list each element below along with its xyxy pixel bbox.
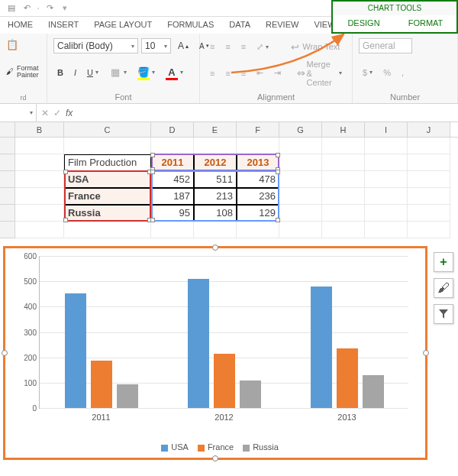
ribbon-group-number: General $▾ % , Number [353,34,458,103]
number-format-dropdown[interactable]: General [359,38,412,53]
table-cell[interactable]: 511 [194,171,237,188]
paste-icon[interactable]: 📋 [6,38,18,50]
comma-button[interactable]: , [398,66,408,79]
decrease-indent-button[interactable]: ⇤ [253,66,267,80]
chart-legend[interactable]: USAFranceRussia [5,442,425,452]
orientation-button[interactable]: ⤢▾ [253,40,273,54]
chart-bar[interactable] [91,361,112,408]
increase-indent-button[interactable]: ⇥ [270,66,285,80]
format-painter-label: Format Painter [17,65,40,79]
col-head[interactable]: I [365,122,408,137]
col-head[interactable]: G [279,122,322,137]
format-painter-icon[interactable]: 🖌 [6,67,14,76]
align-center-button[interactable]: ≡ [221,66,234,80]
legend-swatch [243,445,250,452]
tab-insert[interactable]: INSERT [40,17,86,34]
col-head[interactable]: E [194,122,237,137]
undo-icon[interactable]: ↶ [21,3,32,14]
chart-bar[interactable] [240,380,261,408]
align-middle-button[interactable]: ≡ [221,40,234,53]
bold-button[interactable]: B [53,66,67,79]
table-corner[interactable]: Film Production [64,154,151,171]
col-head[interactable]: C [64,122,151,137]
group-label-font: Font [53,91,193,102]
table-cell[interactable]: 95 [151,205,194,222]
table-cell[interactable]: 108 [194,205,237,222]
font-size-dropdown[interactable]: 10▾ [141,38,171,53]
table-cell[interactable]: 478 [237,171,279,188]
chart-plot-area[interactable]: 0100200300400500600201120122013 [13,253,418,429]
qat-customize-icon[interactable]: ▾ [60,3,70,14]
tab-review[interactable]: REVIEW [258,17,306,34]
legend-label[interactable]: Russia [253,442,279,452]
table-year[interactable]: 2011 [151,154,194,171]
select-all-corner[interactable] [0,122,15,137]
table-year[interactable]: 2013 [237,154,279,171]
chart-styles-button[interactable]: 🖌 [434,278,453,298]
worksheet[interactable]: B C D E F G H I J Film Production 2011 2… [0,122,458,238]
table-row-label[interactable]: France [64,188,151,205]
col-head[interactable]: F [237,122,279,137]
insert-function-icon[interactable]: fx [66,108,73,118]
table-row-label[interactable]: Russia [64,205,151,222]
align-right-button[interactable]: ≡ [237,66,250,80]
borders-button[interactable]: ▦▾ [105,64,131,81]
tab-page-layout[interactable]: PAGE LAYOUT [86,17,160,34]
table-cell[interactable]: 213 [194,188,237,205]
save-icon[interactable]: ▤ [6,3,17,14]
tab-data[interactable]: DATA [221,17,258,34]
chart-filters-button[interactable] [434,304,453,324]
col-head[interactable]: J [408,122,450,137]
chart-bar[interactable] [311,287,332,408]
col-head[interactable]: B [15,122,64,137]
formula-input[interactable] [77,104,458,121]
table-cell[interactable]: 452 [151,171,194,188]
column-headers[interactable]: B C D E F G H I J [0,122,458,138]
chart-elements-button[interactable]: + [434,252,453,272]
font-color-button[interactable]: A▾ [162,64,187,81]
table-cell[interactable]: 187 [151,188,194,205]
tab-formulas[interactable]: FORMULAS [160,17,221,34]
table-cell[interactable]: 236 [237,188,279,205]
legend-label[interactable]: USA [171,442,189,452]
cancel-icon[interactable]: ✕ [41,108,49,118]
ribbon: 📋 🖌Format Painter rd Calibri (Body)▾ 10▾… [0,34,458,104]
group-label-clipboard: rd [6,92,40,102]
y-tick-label: 300 [15,328,37,336]
redo-icon[interactable]: ↷ [44,3,55,14]
gridline [40,306,408,307]
chart-bar[interactable] [188,279,209,408]
increase-font-button[interactable]: A▴ [174,38,192,53]
tab-home[interactable]: HOME [0,17,40,34]
chart-object[interactable]: 0100200300400500600201120122013 USAFranc… [3,246,427,460]
percent-button[interactable]: % [379,66,395,79]
underline-button[interactable]: U▾ [83,66,102,79]
italic-button[interactable]: I [70,66,80,79]
chart-bar[interactable] [214,354,235,408]
align-left-button[interactable]: ≡ [206,66,218,80]
enter-icon[interactable]: ✓ [53,108,61,118]
merge-center-button[interactable]: ⇔Merge & Center▾ [293,57,346,89]
chart-bar[interactable] [117,384,138,409]
legend-label[interactable]: France [208,442,234,452]
col-head[interactable]: D [151,122,194,137]
gridline [40,408,408,409]
chart-bar[interactable] [363,375,384,408]
chart-bar[interactable] [65,293,86,408]
tab-chart-design[interactable]: DESIGN [333,15,395,28]
tab-chart-format[interactable]: FORMAT [395,15,456,28]
chart-bar[interactable] [337,348,358,408]
table-cell[interactable]: 129 [237,205,279,222]
align-top-button[interactable]: ≡ [206,40,218,53]
cells-area[interactable]: Film Production 2011 2012 2013 USA 452 5… [0,138,458,238]
name-box[interactable]: ▾ [0,104,37,121]
font-name-dropdown[interactable]: Calibri (Body)▾ [53,38,138,53]
currency-button[interactable]: $▾ [359,66,376,79]
fill-color-button[interactable]: 🪣▾ [134,64,159,81]
align-bottom-button[interactable]: ≡ [237,40,250,53]
ribbon-group-clipboard: 📋 🖌Format Painter rd [0,34,47,103]
table-row-label[interactable]: USA [64,171,151,188]
col-head[interactable]: H [322,122,365,137]
table-year[interactable]: 2012 [194,154,237,171]
wrap-text-button[interactable]: ↩Wrap Text [285,38,344,55]
